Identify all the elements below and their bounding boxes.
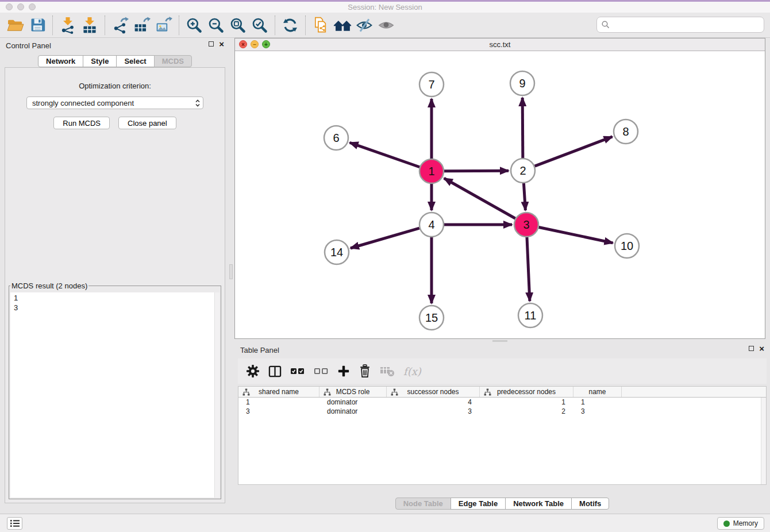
tab-mcds[interactable]: MCDS (154, 55, 192, 67)
graph-node-label: 15 (425, 311, 438, 324)
close-table-panel-icon[interactable]: × (759, 345, 764, 352)
graph-node-label: 6 (333, 132, 339, 144)
network-canvas[interactable]: 7968124314101511 (235, 51, 765, 338)
delete-icon[interactable] (359, 363, 371, 379)
graph-edge-1-2[interactable] (444, 171, 509, 171)
tab-style[interactable]: Style (83, 55, 117, 67)
attribute-icon (242, 388, 250, 396)
graph-node-label: 14 (330, 246, 343, 259)
table-scrollbar[interactable] (761, 398, 766, 484)
graph-node-label: 7 (428, 78, 434, 91)
import-table-icon[interactable] (79, 15, 101, 36)
graph-edge-3-11[interactable] (527, 237, 530, 301)
select-all-icon[interactable] (290, 363, 305, 379)
column-header-label: shared name (259, 388, 299, 396)
column-header-successor-nodes[interactable]: successor nodes (387, 387, 480, 397)
graph-edge-2-9[interactable] (522, 98, 523, 158)
zoom-fit-icon[interactable] (227, 15, 249, 36)
table-cell[interactable]: 1 (480, 398, 573, 407)
graph-edge-2-3[interactable] (523, 183, 525, 210)
refresh-icon[interactable] (279, 15, 301, 36)
table-cell[interactable]: dominator (319, 407, 387, 416)
zoom-selected-icon[interactable] (249, 15, 271, 36)
graph-node-label: 11 (525, 309, 537, 322)
column-header-label: successor nodes (407, 388, 459, 396)
search-input[interactable] (613, 20, 760, 30)
float-table-panel-icon[interactable] (749, 346, 754, 351)
task-history-button[interactable] (7, 517, 22, 530)
home-icon[interactable] (332, 15, 353, 36)
export-table-icon[interactable] (131, 15, 153, 36)
table-toolbar: f(x) (238, 358, 767, 384)
table-body: 1dominator4113dominator323 (238, 398, 766, 416)
graph-edge-3-1[interactable] (444, 178, 515, 218)
table-cell[interactable]: 4 (387, 398, 480, 407)
graph-node-label: 9 (519, 77, 525, 90)
graph-node-label: 3 (523, 218, 529, 231)
network-window-titlebar: × – + scc.txt (235, 38, 765, 51)
column-header-shared-name[interactable]: shared name (238, 387, 319, 397)
table-row[interactable]: 1dominator411 (238, 398, 766, 407)
graph-edge-2-8[interactable] (535, 137, 613, 166)
export-network-icon[interactable] (109, 15, 131, 36)
graph-edge-4-14[interactable] (351, 228, 419, 248)
memory-button[interactable]: Memory (717, 517, 764, 530)
column-header-label: predecessor nodes (497, 388, 556, 396)
table-cell[interactable]: dominator (319, 398, 387, 407)
node-table: shared nameMCDS rolesuccessor nodesprede… (238, 386, 767, 485)
close-panel-icon[interactable]: × (219, 41, 224, 47)
tab-node-table[interactable]: Node Table (395, 498, 451, 510)
vertical-splitter-handle[interactable] (229, 264, 233, 279)
control-panel-tabs: NetworkStyleSelectMCDS (0, 55, 230, 67)
table-cell[interactable]: 3 (387, 407, 480, 416)
table-cell[interactable]: 3 (573, 407, 622, 416)
graph-node-label: 2 (519, 164, 526, 177)
mcds-result-list[interactable]: 1 3 (10, 292, 220, 498)
graph-edge-1-6[interactable] (350, 142, 420, 167)
table-row[interactable]: 3dominator323 (238, 407, 766, 416)
table-cell[interactable]: 1 (573, 398, 622, 407)
stepper-icon (195, 99, 201, 107)
import-network-icon[interactable] (57, 15, 79, 36)
float-panel-icon[interactable] (209, 41, 214, 47)
export-image-icon[interactable] (153, 15, 175, 36)
open-folder-icon[interactable] (5, 15, 26, 36)
result-scrollbar[interactable] (214, 292, 220, 498)
mcds-result-values: 1 3 (10, 292, 220, 313)
zoom-in-icon[interactable] (183, 15, 205, 36)
close-panel-button[interactable]: Close panel (118, 117, 176, 129)
zoom-out-icon[interactable] (205, 15, 227, 36)
graph-edge-3-10[interactable] (539, 228, 613, 243)
search-box[interactable] (596, 17, 764, 33)
control-panel: Control Panel × NetworkStyleSelectMCDS O… (0, 38, 230, 514)
tab-select[interactable]: Select (116, 55, 154, 67)
run-mcds-button[interactable]: Run MCDS (53, 117, 110, 129)
hide-graphics-icon[interactable] (353, 15, 375, 36)
column-header-name[interactable]: name (573, 387, 622, 397)
application-window: Session: New Session Control Panel × Net… (0, 0, 770, 532)
add-icon[interactable] (337, 363, 350, 379)
show-graphics-icon[interactable] (375, 15, 397, 36)
function-icon: f(x) (403, 363, 421, 379)
column-header-predecessor-nodes[interactable]: predecessor nodes (480, 387, 573, 397)
workspace: × – + scc.txt 7968124314101511 Table Pan… (232, 38, 770, 514)
columns-icon[interactable] (268, 363, 282, 379)
table-cell[interactable]: 1 (238, 398, 319, 407)
deselect-all-icon[interactable] (314, 363, 329, 379)
tab-edge-table[interactable]: Edge Table (451, 498, 506, 510)
table-cell[interactable]: 2 (480, 407, 573, 416)
tab-network-table[interactable]: Network Table (505, 498, 572, 510)
save-icon[interactable] (26, 15, 48, 36)
duplicate-network-icon[interactable] (310, 15, 332, 36)
tab-motifs[interactable]: Motifs (571, 498, 609, 510)
optimization-criterion-dropdown[interactable]: strongly connected component (26, 97, 203, 109)
attribute-icon (484, 388, 491, 396)
toolbar-separator (105, 16, 105, 35)
gear-icon[interactable] (246, 363, 260, 379)
toolbar-separator (275, 16, 275, 35)
column-header-MCDS-role[interactable]: MCDS role (319, 387, 387, 397)
tab-network[interactable]: Network (38, 55, 83, 67)
network-window-title: scc.txt (235, 40, 765, 49)
dropdown-value: strongly connected component (32, 99, 195, 107)
table-cell[interactable]: 3 (238, 407, 319, 416)
